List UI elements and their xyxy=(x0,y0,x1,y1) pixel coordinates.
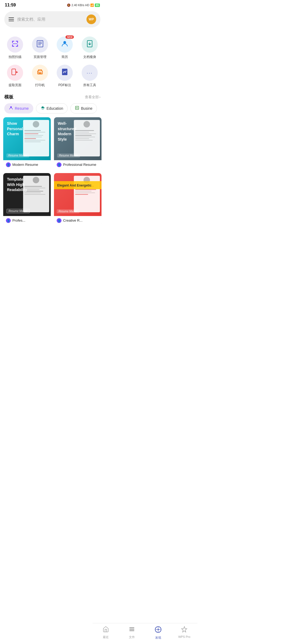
scan-icon xyxy=(11,40,19,49)
avatar[interactable]: WP xyxy=(86,14,96,24)
svg-rect-10 xyxy=(38,42,42,42)
thumb-title-3: Template With High Readability xyxy=(7,177,29,193)
thumb-title-2: Well-structured Modern Style xyxy=(58,121,80,142)
template-info-1: 👤 Modern Resume xyxy=(3,160,51,170)
templates-header: 模板 查看全部 › xyxy=(0,93,105,103)
author-icon-1: 👤 xyxy=(6,162,11,167)
thumb-title-1: Show Personal Charm xyxy=(7,121,29,137)
new-badge: NEW xyxy=(66,35,74,39)
tab-resume-label: Resume xyxy=(15,106,29,111)
resume-tab-icon xyxy=(9,106,13,111)
more-icon-wrap: ··· xyxy=(82,65,98,81)
scan-icon-wrap xyxy=(7,36,23,53)
template-info-2: 👤 Professional Resume xyxy=(54,160,102,170)
tool-extract[interactable]: 提取页面 xyxy=(3,65,28,87)
tab-education[interactable]: Education xyxy=(36,103,68,114)
svg-rect-1 xyxy=(12,41,13,43)
template-info-4: 👤 Creative R... xyxy=(54,216,102,226)
template-thumb-1: Show Personal Charm Resume Master xyxy=(3,117,51,160)
page-icon xyxy=(37,40,44,49)
hd-badge: HD xyxy=(85,3,89,7)
hamburger-menu[interactable] xyxy=(9,17,14,21)
template-card-professional-resume[interactable]: Well-structured Modern Style Resume Mast… xyxy=(54,117,102,170)
status-icons: 🔕 2.40 KB/s HD 📶 65 xyxy=(67,3,100,7)
print-label: 打印机 xyxy=(35,83,45,87)
tab-resume[interactable]: Resume xyxy=(4,103,33,114)
tool-page[interactable]: 页面管理 xyxy=(28,36,53,59)
page-icon-wrap xyxy=(32,36,48,53)
more-label: 所有工具 xyxy=(83,83,96,87)
page-label: 页面管理 xyxy=(34,55,46,59)
education-tab-icon xyxy=(41,106,45,111)
pdf-icon-wrap xyxy=(57,65,73,81)
tab-education-label: Education xyxy=(46,106,63,111)
scan-label: 拍照扫描 xyxy=(9,55,21,59)
template-thumb-4: Elegant And Energetic Resume Master xyxy=(54,173,102,216)
see-all-button[interactable]: 查看全部 › xyxy=(85,95,100,100)
template-grid: Show Personal Charm Resume Master xyxy=(0,117,105,229)
template-name-2: Professional Resume xyxy=(63,163,96,167)
extract-label: 提取页面 xyxy=(9,83,21,87)
tools-grid: 拍照扫描 页面管理 NEW xyxy=(0,34,105,93)
tools-section: 拍照扫描 页面管理 NEW xyxy=(0,32,105,93)
template-card-readability[interactable]: Template With High Readability Resume Ma… xyxy=(3,173,51,226)
tab-business[interactable]: Busine xyxy=(70,103,97,114)
template-name-1: Modern Resume xyxy=(12,163,38,167)
tool-slim[interactable]: 文档瘦身 xyxy=(77,36,102,59)
svg-rect-7 xyxy=(17,45,18,47)
tool-more[interactable]: ··· 所有工具 xyxy=(77,65,102,87)
extract-icon xyxy=(11,68,19,77)
slim-icon-wrap xyxy=(82,36,98,53)
svg-rect-15 xyxy=(12,69,16,75)
status-time: 11:59 xyxy=(5,3,16,8)
template-name-4: Creative R... xyxy=(63,218,82,223)
resume-icon xyxy=(61,40,68,49)
svg-rect-17 xyxy=(38,72,42,74)
extract-icon-wrap xyxy=(7,65,23,81)
tool-resume[interactable]: NEW 简历 xyxy=(52,36,77,59)
more-icon: ··· xyxy=(86,70,93,76)
svg-rect-3 xyxy=(17,41,18,43)
search-bar[interactable]: 搜索文档、应用 WP xyxy=(4,11,100,27)
search-input[interactable]: 搜索文档、应用 xyxy=(17,17,83,22)
svg-rect-12 xyxy=(38,45,41,45)
print-icon-wrap xyxy=(32,65,48,81)
svg-point-18 xyxy=(38,71,39,72)
thumb-title-4: Elegant And Energetic xyxy=(57,184,92,187)
slim-icon xyxy=(86,40,93,49)
network-speed: 2.40 KB/s xyxy=(71,3,84,7)
status-bar: 11:59 🔕 2.40 KB/s HD 📶 65 xyxy=(0,0,105,9)
pdf-icon xyxy=(61,68,68,78)
resume-icon-wrap: NEW xyxy=(57,36,73,53)
tab-business-label: Busine xyxy=(81,106,92,111)
template-thumb-3: Template With High Readability Resume Ma… xyxy=(3,173,51,216)
signal-icon: 📶 xyxy=(90,3,94,7)
tool-print[interactable]: 打印机 xyxy=(28,65,53,87)
author-icon-4: 👤 xyxy=(57,218,61,223)
template-name-3: Profes... xyxy=(12,218,25,223)
tool-scan[interactable]: 拍照扫描 xyxy=(3,36,28,59)
chevron-right-icon: › xyxy=(99,95,100,99)
templates-title: 模板 xyxy=(4,94,13,100)
template-thumb-2: Well-structured Modern Style Resume Mast… xyxy=(54,117,102,160)
svg-rect-8 xyxy=(13,43,17,44)
author-icon-3: 👤 xyxy=(6,218,11,223)
svg-point-13 xyxy=(63,41,66,44)
battery-level: 65 xyxy=(95,3,100,7)
template-card-elegant[interactable]: Elegant And Energetic Resume Master xyxy=(54,173,102,226)
svg-rect-11 xyxy=(38,43,42,44)
slim-label: 文档瘦身 xyxy=(83,55,96,59)
tool-pdf[interactable]: PDF标注 xyxy=(52,65,77,87)
category-tabs: Resume Education Busine xyxy=(0,103,105,117)
author-icon-2: 👤 xyxy=(57,162,61,167)
svg-point-20 xyxy=(10,106,12,108)
print-icon xyxy=(36,68,44,77)
template-card-modern-resume[interactable]: Show Personal Charm Resume Master xyxy=(3,117,51,170)
mute-icon: 🔕 xyxy=(67,3,71,7)
svg-rect-5 xyxy=(12,45,13,47)
pdf-label: PDF标注 xyxy=(58,83,71,87)
template-info-3: 👤 Profes... xyxy=(3,216,51,226)
business-tab-icon xyxy=(75,106,79,111)
resume-label: 简历 xyxy=(61,55,68,59)
